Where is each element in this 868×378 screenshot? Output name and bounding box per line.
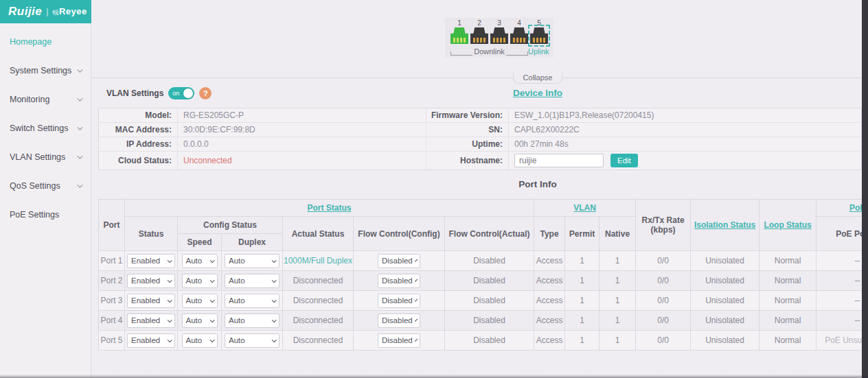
port-number: 1 — [450, 19, 468, 27]
page-scrollbar[interactable] — [862, 0, 868, 378]
port-row: Port 3EnabledAutoAutoDisconnectedDisable… — [99, 291, 863, 311]
loop-status-cell: Normal — [760, 291, 816, 311]
vlan-type-cell: Access — [534, 291, 565, 311]
poe-link[interactable]: PoE — [849, 203, 862, 213]
duplex-select[interactable]: Auto — [225, 294, 279, 308]
mac-label: MAC Address: — [99, 123, 178, 137]
flow-control-select[interactable]: Disabled — [378, 254, 420, 268]
chevron-down-icon — [272, 318, 277, 322]
duplex-cell: Auto — [222, 271, 283, 291]
port-number-row: 12345 — [450, 19, 548, 27]
speed-cell: Auto — [178, 291, 222, 311]
duplex-select[interactable]: Auto — [225, 333, 279, 348]
hostname-cell: Edit — [509, 152, 863, 169]
duplex-select[interactable]: Auto — [225, 274, 279, 288]
edit-hostname-button[interactable]: Edit — [610, 154, 638, 167]
sidebar-item-poe-settings[interactable]: PoE Settings — [0, 200, 91, 229]
ip-value: 0.0.0.0 — [178, 137, 426, 152]
flow-actual-cell: Disabled — [445, 311, 534, 331]
port-4-jack-icon[interactable] — [510, 27, 528, 45]
chevron-down-icon — [415, 318, 418, 321]
sidebar-item-homepage[interactable]: Homepage — [0, 27, 91, 56]
chevron-down-icon — [415, 259, 418, 261]
vlan-settings-toggle[interactable]: on — [168, 87, 194, 99]
port-name-cell: Port 2 — [99, 271, 125, 291]
speed-select[interactable]: Auto — [182, 294, 218, 308]
duplex-cell: Auto — [222, 311, 283, 331]
device-info-link[interactable]: Device Info — [513, 88, 562, 98]
toggle-knob — [183, 88, 193, 98]
speed-select[interactable]: Auto — [182, 333, 218, 348]
select-value: Auto — [186, 336, 203, 344]
status-select[interactable]: Enabled — [127, 274, 175, 288]
flow-control-select[interactable]: Disabled — [378, 333, 420, 348]
select-value: Auto — [229, 336, 245, 344]
col-header-port: Port — [99, 200, 125, 251]
port-3-jack-icon[interactable] — [490, 27, 508, 45]
chevron-down-icon — [168, 278, 172, 283]
port-5-jack-icon[interactable] — [530, 27, 548, 45]
status-select[interactable]: Enabled — [127, 314, 175, 328]
col-header-status: Status — [125, 217, 178, 251]
select-value: Disabled — [382, 336, 413, 344]
flow-actual-cell: Disabled — [445, 271, 534, 291]
poe-power-cell: -- — [816, 291, 862, 311]
speed-cell: Auto — [178, 251, 222, 271]
sidebar-item-vlan-settings[interactable]: VLAN Settings — [0, 143, 91, 172]
hostname-input[interactable] — [514, 154, 604, 167]
status-cell: Enabled — [125, 331, 178, 351]
sidebar-item-monitoring[interactable]: Monitoring — [0, 85, 91, 114]
col-header-type: Type — [534, 217, 565, 251]
status-select[interactable]: Enabled — [127, 333, 175, 348]
sidebar-item-switch-settings[interactable]: Switch Settings — [0, 114, 91, 143]
flow-control-select[interactable]: Disabled — [378, 314, 420, 328]
vlan-type-cell: Access — [534, 331, 565, 351]
sidebar-item-qos-settings[interactable]: QoS Settings — [0, 172, 91, 200]
sidebar-item-system-settings[interactable]: System Settings — [0, 56, 91, 85]
vlan-permit-cell: 1 — [565, 291, 599, 311]
flow-control-select[interactable]: Disabled — [378, 294, 420, 308]
duplex-select[interactable]: Auto — [225, 314, 279, 328]
port-2-jack-icon[interactable] — [470, 27, 488, 45]
vlan-link[interactable]: VLAN — [573, 203, 596, 213]
port-1-jack-icon[interactable] — [450, 27, 468, 45]
loop-status-link[interactable]: Loop Status — [764, 220, 811, 230]
uptime-label: Uptime: — [426, 137, 509, 152]
poe-power-cell: -- — [816, 311, 862, 331]
select-value: Auto — [229, 316, 245, 324]
chevron-down-icon — [415, 338, 418, 341]
chevron-down-icon — [168, 338, 172, 342]
select-value: Enabled — [131, 296, 160, 305]
help-icon[interactable]: ? — [199, 87, 212, 99]
col-header-loop: Loop Status — [760, 200, 816, 251]
sidebar-item-label: Switch Settings — [10, 123, 68, 133]
port-number: 2 — [470, 19, 488, 27]
flow-control-select[interactable]: Disabled — [378, 274, 420, 288]
chevron-down-icon — [77, 182, 82, 187]
cloud-status-label: Cloud Status: — [99, 152, 178, 169]
sn-value: CAPL62X00222C — [509, 123, 863, 137]
collapse-button[interactable]: Collapse — [513, 71, 563, 84]
model-value: RG-ES205GC-P — [178, 108, 426, 123]
status-cell: Enabled — [125, 251, 178, 271]
speed-select[interactable]: Auto — [182, 274, 218, 288]
rj45-icon — [530, 27, 548, 44]
loop-status-cell: Normal — [760, 251, 816, 271]
brand-logo: Ruijie | 锐Reyee — [0, 0, 91, 23]
isolation-status-link[interactable]: Isolation Status — [694, 220, 755, 230]
status-select[interactable]: Enabled — [127, 294, 175, 308]
col-header-speed: Speed — [178, 234, 222, 251]
duplex-select[interactable]: Auto — [225, 254, 279, 268]
rj45-icon — [470, 27, 488, 44]
isolation-cell: Unisolated — [691, 291, 760, 311]
bracket-line-left — [450, 51, 472, 56]
select-value: Auto — [186, 257, 203, 265]
port-row: Port 4EnabledAutoAutoDisconnectedDisable… — [99, 311, 863, 331]
rate-cell: 0/0 — [636, 291, 691, 311]
speed-select[interactable]: Auto — [182, 254, 218, 268]
bottom-edge-shadow — [0, 375, 868, 378]
status-select[interactable]: Enabled — [127, 254, 175, 268]
port-status-link[interactable]: Port Status — [308, 203, 352, 213]
speed-select[interactable]: Auto — [182, 314, 218, 328]
speed-cell: Auto — [178, 331, 222, 351]
